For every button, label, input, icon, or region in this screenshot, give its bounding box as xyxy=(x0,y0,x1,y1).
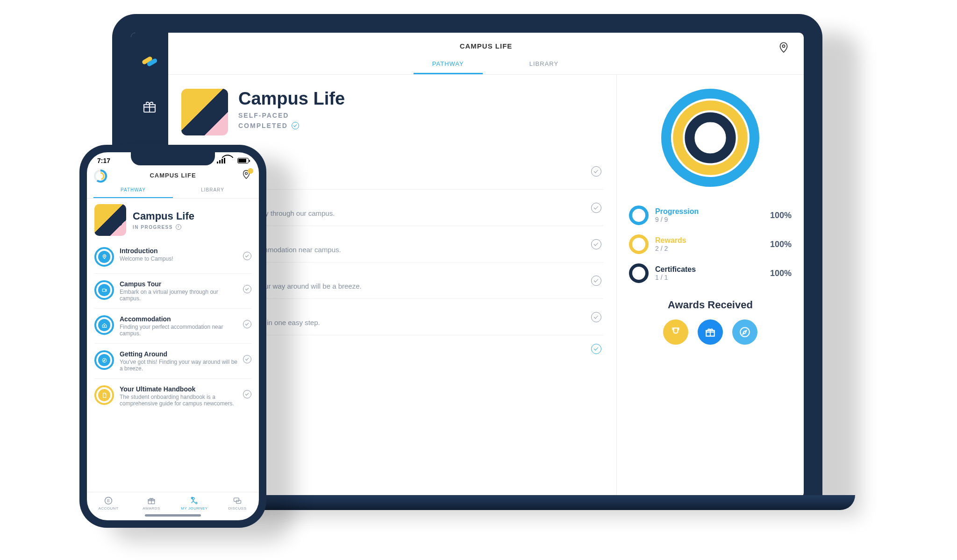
nav-account[interactable]: B ACCOUNT xyxy=(87,496,130,510)
course-hero-text: Campus Life SELF-PACED COMPLETED xyxy=(238,89,345,129)
item-subtitle: The student onboarding handbook is a com… xyxy=(120,394,237,407)
phone-screen: 7:17 CAMPUS LIFE PATHWA xyxy=(87,152,259,520)
ring-icon xyxy=(629,206,649,225)
stat-percent: 100% xyxy=(770,240,792,249)
stat-progression: Progression 9 / 9 100% xyxy=(629,201,792,230)
course-hero: Campus Life SELF-PACED COMPLETED xyxy=(181,89,603,135)
compass-icon xyxy=(94,350,114,370)
progress-donut xyxy=(629,89,792,187)
home-indicator[interactable] xyxy=(145,514,201,517)
check-circle-icon xyxy=(591,203,601,213)
nav-label: DISCUSS xyxy=(228,506,246,510)
ring-icon xyxy=(629,263,649,283)
progress-ring-icon[interactable] xyxy=(93,169,107,183)
nav-label: AWARDS xyxy=(143,506,160,510)
svg-point-14 xyxy=(104,255,105,256)
nav-label: MY JOURNEY xyxy=(181,506,207,510)
check-circle-icon xyxy=(243,252,251,260)
check-circle-icon xyxy=(591,312,601,322)
tab-library[interactable]: LIBRARY xyxy=(173,187,252,198)
clock-icon xyxy=(176,224,181,230)
phone-tabs: PATHWAY LIBRARY xyxy=(93,187,252,198)
award-badge-gift-icon[interactable] xyxy=(698,319,723,345)
list-item[interactable]: Introduction Welcome to Campus! xyxy=(94,241,251,274)
app-logo[interactable] xyxy=(140,51,159,71)
phone-frame: 7:17 CAMPUS LIFE PATHWA xyxy=(79,145,266,528)
check-circle-icon xyxy=(591,276,601,286)
list-item[interactable]: Campus Tour Embark on a virtual journey … xyxy=(94,274,251,309)
nav-awards[interactable]: AWARDS xyxy=(130,496,173,510)
svg-point-3 xyxy=(782,45,785,47)
item-subtitle: You've got this! Finding your way around… xyxy=(120,359,237,372)
svg-point-9 xyxy=(740,327,750,337)
item-subtitle: Finding your perfect accommodation near … xyxy=(120,324,237,337)
phone-body: Campus Life IN PROGRESS Introducti xyxy=(87,198,259,492)
laptop-stats-panel: Progression 9 / 9 100% Rewards 2 / 2 1 xyxy=(617,75,804,497)
check-circle-icon xyxy=(292,122,299,129)
phone-notch xyxy=(131,152,215,165)
list-item[interactable]: Your Ultimate Handbook The student onboa… xyxy=(94,379,251,413)
item-title: Accommodation xyxy=(120,315,237,323)
svg-text:B: B xyxy=(107,498,110,503)
home-icon xyxy=(94,315,114,335)
location-pin-icon[interactable] xyxy=(778,41,790,53)
stat-percent: 100% xyxy=(770,211,792,220)
laptop-tabs: PATHWAY LIBRARY xyxy=(168,60,804,74)
list-item[interactable]: Getting Around You've got this! Finding … xyxy=(94,344,251,379)
svg-point-16 xyxy=(104,325,105,326)
award-badge-compass-icon[interactable] xyxy=(732,319,757,345)
stat-certificates: Certificates 1 / 1 100% xyxy=(629,259,792,288)
course-status-label: COMPLETED xyxy=(238,122,288,129)
svg-point-7 xyxy=(697,124,724,152)
gift-icon[interactable] xyxy=(142,99,157,114)
stat-value: 9 / 9 xyxy=(655,216,764,223)
item-title: Campus Tour xyxy=(120,280,237,288)
course-hero-text: Campus Life IN PROGRESS xyxy=(133,210,194,230)
stat-percent: 100% xyxy=(770,269,792,278)
phone-header: CAMPUS LIFE PATHWAY LIBRARY xyxy=(87,164,259,198)
course-status: COMPLETED xyxy=(238,122,345,129)
laptop-header: CAMPUS LIFE PATHWAY LIBRARY xyxy=(168,33,804,75)
course-type: SELF-PACED xyxy=(238,112,345,119)
video-icon xyxy=(94,280,114,300)
list-item[interactable]: Accommodation Finding your perfect accom… xyxy=(94,309,251,344)
item-title: Your Ultimate Handbook xyxy=(120,385,237,393)
item-subtitle: Embark on a virtual journey through our … xyxy=(120,289,237,302)
notification-badge xyxy=(248,168,253,174)
statusbar-icons xyxy=(217,157,249,164)
location-pin-icon[interactable] xyxy=(240,169,252,181)
course-status: IN PROGRESS xyxy=(133,224,194,230)
check-circle-icon xyxy=(243,390,251,398)
award-badge-cup-icon[interactable] xyxy=(663,319,688,345)
stat-rows: Progression 9 / 9 100% Rewards 2 / 2 1 xyxy=(629,201,792,288)
svg-rect-24 xyxy=(236,500,241,503)
tab-pathway[interactable]: PATHWAY xyxy=(414,60,483,74)
wifi-icon xyxy=(228,158,235,163)
stat-label: Progression xyxy=(655,207,764,216)
bottom-nav: B ACCOUNT AWARDS MY JOURNEY DISCUSS xyxy=(87,492,259,512)
svg-point-21 xyxy=(196,502,197,503)
app-title: CAMPUS LIFE xyxy=(168,42,804,50)
check-circle-icon xyxy=(591,166,601,177)
nav-discuss[interactable]: DISCUSS xyxy=(216,496,259,510)
battery-icon xyxy=(237,158,249,163)
stat-value: 2 / 2 xyxy=(655,245,764,252)
item-title: Introduction xyxy=(120,247,237,255)
check-circle-icon xyxy=(243,285,251,293)
pin-icon xyxy=(94,247,114,267)
item-subtitle: Welcome to Campus! xyxy=(120,255,237,262)
pathway-list: Introduction Welcome to Campus! Campus T… xyxy=(94,241,251,413)
item-title: Getting Around xyxy=(120,350,237,358)
svg-point-13 xyxy=(245,172,248,175)
tab-pathway[interactable]: PATHWAY xyxy=(93,187,173,198)
course-hero: Campus Life IN PROGRESS xyxy=(94,204,251,236)
app-title: CAMPUS LIFE xyxy=(93,172,252,179)
check-circle-icon xyxy=(591,344,601,354)
course-status-label: IN PROGRESS xyxy=(133,225,173,230)
svg-point-12 xyxy=(97,173,104,179)
nav-my-journey[interactable]: MY JOURNEY xyxy=(173,496,216,510)
document-icon xyxy=(94,385,114,405)
tab-library[interactable]: LIBRARY xyxy=(529,60,558,74)
svg-rect-15 xyxy=(102,289,106,291)
stat-label: Certificates xyxy=(655,265,764,274)
